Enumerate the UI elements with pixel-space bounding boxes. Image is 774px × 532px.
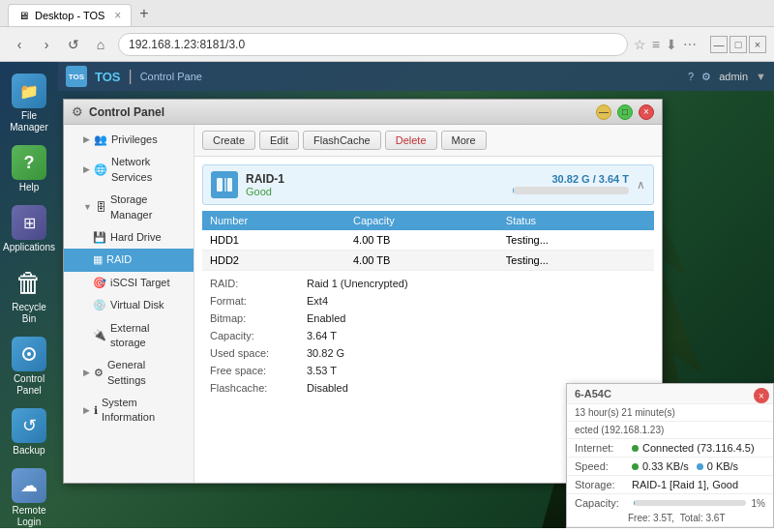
raid-type-label: RAID:: [202, 275, 299, 292]
raid-type-value: Raid 1 (Unencrypted): [299, 275, 654, 292]
raid-chevron-icon[interactable]: ∧: [637, 178, 645, 192]
bookmark-icon[interactable]: ☆: [634, 37, 646, 52]
sidebar-item-recycle-bin[interactable]: 🗑 Recycle Bin: [4, 261, 54, 329]
flashcache-button[interactable]: FlashCache: [303, 131, 381, 150]
status-popup-close[interactable]: ×: [754, 388, 769, 403]
edit-button[interactable]: Edit: [259, 131, 299, 150]
apps-icon-box: ⊞: [12, 205, 46, 240]
cp-close-button[interactable]: ×: [639, 104, 654, 120]
capacity-pct: 1%: [752, 498, 765, 509]
sidebar-item-help[interactable]: ? Help: [4, 141, 54, 197]
svg-point-1: [27, 352, 31, 356]
speed-up-dot: [697, 463, 703, 470]
recycle-bin-icon-box: 🗑: [12, 265, 46, 300]
nav-arrow-privileges: ▶: [83, 133, 90, 146]
drive-number-2: HDD2: [202, 251, 345, 271]
nav-item-virtual-disk[interactable]: 💿 Virtual Disk: [64, 294, 194, 316]
status-popup-header: 6-A54C: [567, 384, 773, 404]
device-id: 6-A54C: [575, 388, 765, 399]
active-tab[interactable]: 🖥 Desktop - TOS ×: [8, 4, 132, 26]
subbar-right: ? ⚙ admin ▼: [688, 71, 766, 83]
drive-capacity-1: 4.00 TB: [345, 230, 498, 251]
help-icon[interactable]: ?: [688, 71, 694, 82]
nav-item-system-info[interactable]: ▶ ℹ System Information: [64, 392, 194, 429]
window-minimize[interactable]: —: [710, 36, 728, 53]
user-icon[interactable]: ⋯: [683, 37, 697, 52]
sidebar-item-file-manager[interactable]: 📁 File Manager: [4, 70, 54, 137]
taskbar: 📁 File Manager ? Help ⊞ Applications 🗑 R…: [0, 62, 58, 528]
capacity-progress-bar: [634, 500, 746, 506]
user-dropdown[interactable]: admin: [719, 71, 748, 82]
raid-status: Good: [246, 186, 284, 197]
window-close[interactable]: ×: [749, 36, 766, 53]
nav-item-network-services[interactable]: ▶ 🌐 Network Services: [64, 151, 194, 189]
capacity-value: 3.64 T: [299, 327, 654, 344]
tab-close-icon[interactable]: ×: [114, 9, 121, 22]
format-label: Format:: [202, 292, 299, 310]
svg-rect-4: [227, 178, 232, 192]
format-value: Ext4: [299, 292, 654, 310]
table-row[interactable]: HDD1 4.00 TB Testing...: [202, 230, 654, 251]
extensions-icon[interactable]: ⬇: [666, 37, 677, 52]
uptime-value: 13 hour(s) 21 minute(s): [575, 407, 675, 418]
capacity-progress-fill: [634, 500, 635, 506]
sidebar-item-backup[interactable]: ↺ Backup: [4, 404, 54, 460]
cp-minimize-button[interactable]: —: [596, 104, 611, 120]
capacity-label-popup: Capacity:: [575, 497, 628, 509]
drives-table-body: HDD1 4.00 TB Testing... HDD2 4.00 TB Tes…: [202, 230, 654, 271]
drive-status-1: Testing...: [498, 230, 654, 251]
nav-item-iscsi[interactable]: 🎯 iSCSI Target: [64, 272, 194, 294]
refresh-button[interactable]: ↺: [62, 33, 85, 56]
status-row-ip: ected (192.168.1.23): [567, 422, 773, 439]
user-arrow[interactable]: ▼: [756, 71, 766, 82]
sidebar-item-control-panel[interactable]: Control Panel: [4, 333, 54, 400]
delete-button[interactable]: Delete: [385, 131, 437, 150]
raid-space-used: 30.82 G / 3.64 T: [513, 173, 629, 185]
new-tab-button[interactable]: +: [132, 1, 156, 26]
settings-icon[interactable]: ⚙: [701, 71, 711, 83]
home-button[interactable]: ⌂: [89, 33, 112, 56]
raid-progress-fill: [513, 187, 514, 194]
nav-item-privileges[interactable]: ▶ 👥 Privileges: [64, 129, 194, 151]
speed-down: 0.33 KB/s: [642, 460, 689, 472]
remote-label: Remote Login: [12, 505, 45, 528]
nav-item-storage-manager[interactable]: ▼ 🗄 Storage Manager: [64, 189, 194, 226]
window-maximize[interactable]: □: [729, 36, 747, 53]
cp-maximize-button[interactable]: □: [617, 104, 633, 120]
backup-label: Backup: [13, 445, 45, 457]
nav-item-hard-drive[interactable]: 💾 Hard Drive: [64, 226, 194, 249]
address-bar[interactable]: 192.168.1.23:8181/3.0: [118, 33, 628, 56]
file-manager-label: File Manager: [10, 110, 47, 133]
raid-name: RAID-1: [246, 172, 284, 186]
raid-header[interactable]: RAID-1 Good 30.82 G / 3.64 T: [202, 164, 654, 205]
nav-item-general-settings[interactable]: ▶ ⚙ General Settings: [64, 354, 194, 392]
menu-icon[interactable]: ≡: [652, 37, 660, 52]
browser-tabs: 🖥 Desktop - TOS × +: [0, 0, 774, 27]
col-capacity: Capacity: [345, 211, 498, 230]
tos-logo: TOS: [66, 66, 87, 87]
sidebar-item-applications[interactable]: ⊞ Applications: [4, 201, 54, 257]
browser-nav: ‹ › ↺ ⌂: [8, 33, 112, 56]
nav-item-external-storage[interactable]: 🔌 External storage: [64, 317, 194, 355]
nav-arrow-network: ▶: [83, 163, 90, 176]
more-button[interactable]: More: [441, 131, 487, 150]
speed-label: Speed:: [575, 460, 628, 472]
forward-button[interactable]: ›: [35, 33, 58, 56]
internet-value: Connected (73.116.4.5): [642, 442, 755, 454]
nav-item-raid[interactable]: ▦ RAID: [64, 249, 194, 271]
nav-arrow-storage: ▼: [83, 201, 92, 214]
back-button[interactable]: ‹: [8, 33, 31, 56]
storage-value: RAID-1 [Raid 1], Good: [632, 479, 738, 490]
table-row[interactable]: HDD2 4.00 TB Testing...: [202, 251, 654, 271]
create-button[interactable]: Create: [202, 131, 255, 150]
ip-value: ected (192.168.1.23): [575, 425, 664, 435]
col-status: Status: [498, 211, 654, 230]
free-value: 3.53 T: [299, 362, 654, 379]
free-label: Free space:: [202, 362, 299, 379]
control-pane-link[interactable]: Control Pane: [140, 71, 202, 82]
sidebar-item-remote-login[interactable]: ☁ Remote Login: [4, 464, 54, 528]
speed-up: 0 KB/s: [707, 460, 738, 472]
total-space: Total: 3.6T: [680, 513, 726, 523]
raid-info: RAID-1 Good: [246, 172, 284, 197]
top-subbar: TOS TOS | Control Pane ? ⚙ admin ▼: [58, 62, 774, 91]
